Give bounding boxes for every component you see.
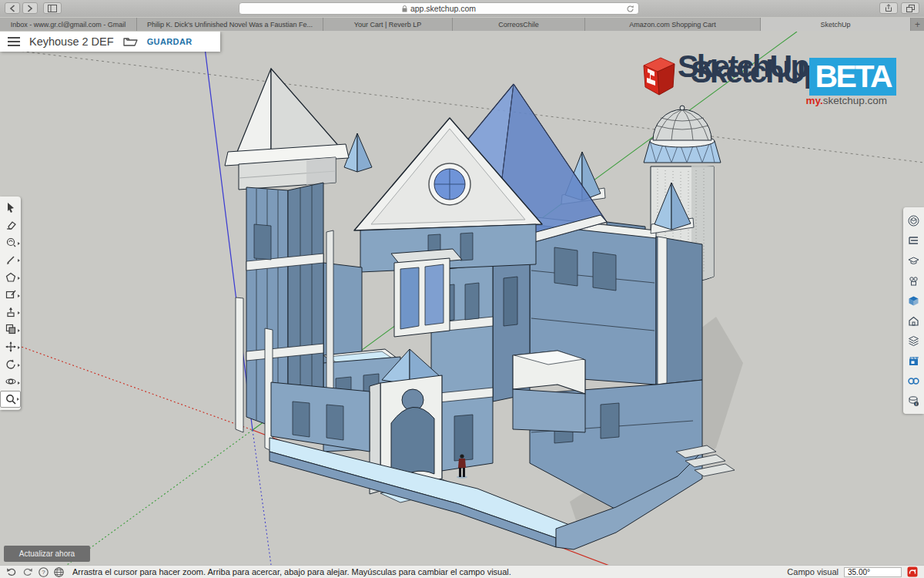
model-info-icon[interactable]: i — [903, 391, 924, 411]
gable-pinnacle — [344, 133, 372, 172]
tabs-icon — [906, 5, 915, 12]
tab-overview-button[interactable] — [901, 2, 919, 14]
tool-move-button[interactable] — [0, 338, 21, 356]
svg-text:i: i — [916, 402, 916, 406]
reload-icon[interactable] — [626, 5, 634, 13]
components-icon[interactable] — [903, 271, 924, 291]
browser-toolbar: app.sketchup.com — [0, 0, 924, 17]
tool-rectangle-button[interactable] — [0, 286, 21, 304]
screen: app.sketchup.com Inbox - www.gr.cl@gmail… — [0, 0, 924, 578]
sketchup-header: Keyhouse 2 DEF GUARDAR — [0, 32, 220, 52]
url-text: app.sketchup.com — [410, 4, 476, 13]
tab-bar: Inbox - www.gr.cl@gmail.com - Gmail Phil… — [0, 18, 924, 31]
help-button[interactable]: ? — [38, 567, 49, 577]
share-icon — [885, 4, 892, 12]
tab-reverb-cart[interactable]: Your Cart | Reverb LP — [323, 18, 453, 31]
forward-button[interactable] — [22, 2, 38, 14]
tool-offset-button[interactable] — [0, 321, 21, 338]
fov-input[interactable] — [844, 567, 902, 577]
forward-icon — [27, 5, 33, 12]
tab-correoschile[interactable]: CorreosChile — [453, 18, 585, 31]
tab-amazon-cart[interactable]: Amazon.com Shopping Cart — [585, 18, 761, 31]
materials-icon[interactable] — [903, 311, 924, 331]
offset-icon — [5, 324, 16, 334]
tool-rotate-button[interactable] — [0, 355, 21, 373]
fov-label: Campo visual — [787, 567, 839, 576]
tool-push-pull-button[interactable] — [0, 304, 21, 321]
panels-rail: i — [903, 207, 924, 414]
undo-button[interactable] — [6, 567, 17, 576]
sketchup-cube-icon — [638, 56, 678, 99]
tool-zoom-button[interactable] — [0, 391, 21, 408]
zoom-icon — [5, 394, 16, 405]
share-button[interactable] — [879, 2, 898, 14]
site-url-text: my.sketchup.com — [805, 95, 887, 106]
instructor-icon[interactable] — [903, 250, 924, 271]
pencil-icon — [5, 254, 16, 265]
beta-badge: BETA — [809, 58, 896, 96]
tool-orbit-button[interactable] — [0, 373, 21, 391]
tool-eraser-button[interactable] — [0, 217, 21, 234]
sketchup-watermark: SketchUp SketchUp BETA my.sketchup.com — [638, 49, 892, 118]
language-globe-button[interactable] — [54, 567, 64, 577]
canvas-viewport: Keyhouse 2 DEF GUARDAR SketchUp SketchUp… — [0, 32, 924, 565]
model-title: Keyhouse 2 DEF — [29, 35, 114, 48]
tool-shapes-button[interactable] — [0, 268, 21, 286]
tab-sketchup[interactable]: SketchUp — [761, 18, 911, 31]
svg-text:?: ? — [42, 569, 45, 576]
new-tab-button[interactable]: + — [911, 18, 924, 31]
paint-bucket-icon — [5, 237, 16, 247]
tool-line-button[interactable] — [0, 251, 21, 269]
address-bar[interactable]: app.sketchup.com — [239, 2, 639, 15]
tab-article[interactable]: Philip K. Dick's Unfinished Novel Was a … — [137, 18, 323, 31]
shapes-icon — [5, 272, 16, 283]
redo-button[interactable] — [22, 567, 33, 576]
update-toast-button[interactable]: Actualizar ahora — [4, 546, 90, 562]
tool-paint-bucket-button[interactable] — [0, 234, 21, 251]
status-hint-text: Arrastra el cursor para hacer zoom. Arri… — [72, 567, 782, 576]
status-bar: ? Arrastra el cursor para hacer zoom. Ar… — [0, 565, 924, 578]
back-icon — [9, 5, 15, 12]
orbit-icon — [5, 376, 16, 387]
soften-edges-icon[interactable] — [903, 371, 924, 391]
menu-button[interactable] — [8, 37, 20, 46]
eraser-icon — [5, 220, 16, 230]
tab-gmail[interactable]: Inbox - www.gr.cl@gmail.com - Gmail — [0, 18, 137, 31]
lock-icon — [402, 5, 407, 12]
save-button[interactable]: GUARDAR — [147, 37, 192, 46]
house-model — [225, 69, 735, 549]
back-button[interactable] — [5, 2, 20, 14]
sketchup-wordmark: SketchUp SketchUp BETA — [678, 49, 886, 93]
push-pull-icon — [5, 307, 16, 318]
sidebar-icon — [48, 5, 57, 12]
entity-info-icon[interactable] — [903, 210, 924, 230]
move-icon — [5, 341, 16, 352]
scenes-icon[interactable] — [903, 351, 924, 371]
drawing-toolbar — [0, 197, 21, 410]
feedback-icon[interactable] — [907, 566, 918, 577]
rectangle-icon — [5, 289, 16, 300]
select-icon — [5, 202, 16, 213]
layers-icon[interactable] — [903, 331, 924, 351]
tool-select-button[interactable] — [0, 199, 21, 217]
outliner-icon[interactable] — [903, 230, 924, 250]
3d-warehouse-icon[interactable] — [903, 291, 924, 311]
folder-icon[interactable] — [123, 36, 138, 47]
sidebar-toggle-button[interactable] — [43, 2, 62, 14]
rotate-icon — [5, 359, 16, 370]
